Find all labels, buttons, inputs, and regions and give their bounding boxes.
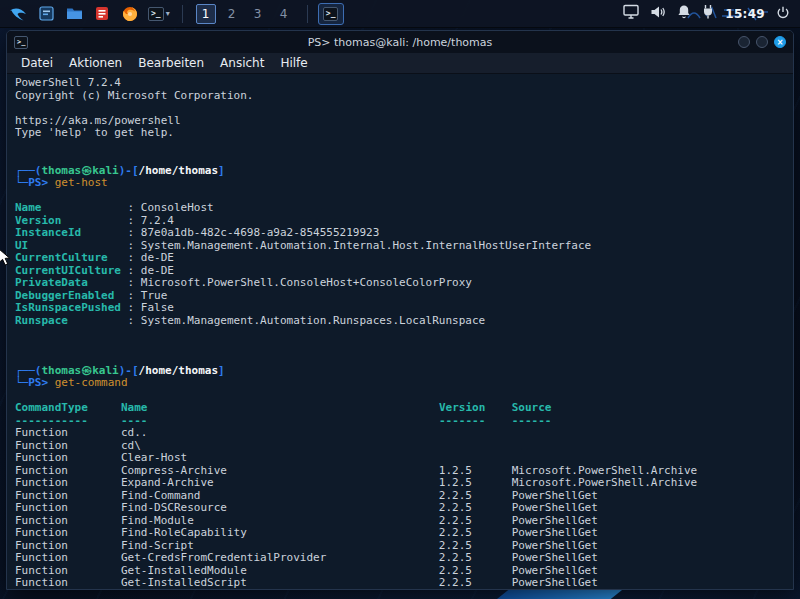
clock[interactable]: 15:49 — [725, 7, 765, 21]
terminal-text-segment: : ConsoleHost — [121, 201, 214, 214]
terminal-text-segment: DebuggerEnabled — [15, 289, 121, 302]
workspace-button-2[interactable]: 2 — [222, 4, 242, 24]
menu-bar: DateiAktionenBearbeitenAnsichtHilfe — [7, 53, 793, 74]
terminal-text-segment: Version — [439, 401, 485, 414]
terminal-text-segment: get-command — [55, 376, 128, 389]
terminal-glyph: >_ — [148, 7, 164, 21]
maximize-button[interactable] — [756, 36, 768, 48]
terminal-text-segment: )-[ — [119, 364, 139, 377]
terminal-text-segment: get-host — [55, 176, 108, 189]
workspace-button-4[interactable]: 4 — [274, 4, 294, 24]
taskbar-separator — [182, 5, 183, 23]
terminal-text-segment: : True — [121, 289, 167, 302]
terminal-text-segment: ] — [218, 164, 225, 177]
menu-hilfe[interactable]: Hilfe — [273, 55, 314, 71]
terminal-text-segment: ---- — [121, 414, 148, 427]
taskbar-window-button-terminal[interactable]: >_ — [318, 3, 344, 25]
display-icon[interactable] — [623, 4, 639, 23]
power-icon[interactable] — [776, 4, 790, 23]
terminal-text-segment: https://aka.ms/powershell — [15, 114, 181, 127]
terminal-text-segment: InstanceId — [15, 226, 121, 239]
terminal-text-segment: Function Expand-Archive 1.2.5 Microsoft.… — [15, 476, 697, 489]
terminal-text-segment: Function Get-InstalledScript 2.2.5 Power… — [15, 576, 598, 589]
terminal-text-segment: CurrentCulture — [15, 251, 121, 264]
terminal-text-segment: : 87e0a1db-482c-4698-a9a2-854555219923 — [121, 226, 379, 239]
terminal-line: Type 'help' to get help. — [15, 127, 785, 140]
workspace-button-1[interactable]: 1 — [196, 4, 216, 24]
terminal-text-segment — [88, 401, 121, 414]
chevron-down-icon: ▾ — [166, 9, 170, 18]
window-titlebar[interactable]: >_ PS> thomas@kali: /home/thomas × — [7, 31, 793, 53]
terminal-text-segment — [485, 401, 512, 414]
terminal-line — [15, 327, 785, 340]
kali-menu-icon[interactable] — [6, 2, 30, 26]
notifications-bell-icon[interactable] — [677, 4, 691, 23]
terminal-text-segment: UI — [15, 239, 121, 252]
taskbar: >_▾ 1234 >_ 15:49 — [0, 0, 800, 28]
terminal-text-segment: ------ — [512, 414, 552, 427]
terminal-window-icon: >_ — [323, 7, 339, 21]
terminal-text-segment: Type 'help' to get help. — [15, 126, 174, 139]
terminal-text-segment — [147, 414, 438, 427]
terminal-text-segment: PrivateData — [15, 276, 121, 289]
system-tray: 15:49 — [623, 4, 794, 23]
terminal-text-segment: Function Clear-Host — [15, 451, 512, 464]
desktop: >_▾ 1234 >_ 15:49 — [0, 0, 800, 599]
wallpaper-shape — [497, 590, 622, 599]
terminal-text-segment: Function Find-DSCResource 2.2.5 PowerShe… — [15, 501, 598, 514]
terminal-line — [15, 140, 785, 153]
terminal-output[interactable]: PowerShell 7.2.4Copyright (c) Microsoft … — [7, 74, 793, 589]
terminal-text-segment: Name — [15, 201, 121, 214]
terminal-text-segment: Function Find-Module 2.2.5 PowerShellGet — [15, 514, 598, 527]
terminal-text-segment: PowerShell 7.2.4 — [15, 76, 121, 89]
terminal-text-segment: : de-DE — [121, 251, 174, 264]
terminal-line: Copyright (c) Microsoft Corporation. — [15, 90, 785, 103]
terminal-text-segment: ----------- — [15, 414, 88, 427]
terminal-line: └─PS> get-host — [15, 177, 785, 190]
terminal-launcher-icon[interactable]: >_▾ — [146, 2, 172, 26]
terminal-text-segment: Name — [121, 401, 148, 414]
workspace-button-3[interactable]: 3 — [248, 4, 268, 24]
minimize-button[interactable] — [738, 36, 750, 48]
terminal-line: └─PS> get-command — [15, 377, 785, 390]
menu-bearbeiten[interactable]: Bearbeiten — [131, 55, 211, 71]
text-editor-icon[interactable] — [90, 2, 114, 26]
taskbar-separator — [307, 5, 308, 23]
terminal-text-segment: Copyright (c) Microsoft Corporation. — [15, 89, 253, 102]
window-controls: × — [738, 36, 786, 48]
terminal-text-segment: CurrentUICulture — [15, 264, 121, 277]
terminal-text-segment: thomas㉿kali — [42, 164, 119, 177]
terminal-text-segment: : System.Management.Automation.Runspaces… — [121, 314, 485, 327]
terminal-text-segment — [88, 414, 121, 427]
menu-ansicht[interactable]: Ansicht — [213, 55, 271, 71]
terminal-text-segment: Function cd\ — [15, 439, 512, 452]
terminal-line: ┌──(thomas㉿kali)-[/home/thomas] — [15, 165, 785, 178]
terminal-text-segment — [485, 414, 512, 427]
terminal-text-segment: ------- — [439, 414, 485, 427]
firefox-icon[interactable] — [118, 2, 142, 26]
terminal-text-segment: ] — [218, 364, 225, 377]
menu-aktionen[interactable]: Aktionen — [62, 55, 129, 71]
terminal-text-segment: ┌──( — [15, 164, 42, 177]
terminal-text-segment: Version — [15, 214, 121, 227]
terminal-text-segment: └─PS> — [15, 376, 55, 389]
terminal-text-segment: Function cd.. — [15, 426, 512, 439]
terminal-text-segment: /home/thomas — [139, 164, 218, 177]
close-button[interactable]: × — [774, 36, 786, 48]
terminal-text-segment: )-[ — [119, 164, 139, 177]
terminal-text-segment: IsRunspacePushed — [15, 301, 121, 314]
terminal-text-segment: Runspace — [15, 314, 121, 327]
menu-datei[interactable]: Datei — [14, 55, 60, 71]
terminal-text-segment — [147, 401, 438, 414]
terminal-text-segment: thomas㉿kali — [42, 364, 119, 377]
terminal-text-segment: /home/thomas — [139, 364, 218, 377]
volume-icon[interactable] — [650, 4, 666, 23]
folder-icon[interactable] — [62, 2, 86, 26]
files-app-icon[interactable] — [34, 2, 58, 26]
terminal-text-segment: Function Find-Command 2.2.5 PowerShellGe… — [15, 489, 598, 502]
terminal-text-segment: : 7.2.4 — [121, 214, 174, 227]
power-plug-icon[interactable] — [702, 4, 714, 23]
terminal-text-segment: Function Get-InstalledModule 2.2.5 Power… — [15, 564, 598, 577]
terminal-window: >_ PS> thomas@kali: /home/thomas × Datei… — [6, 30, 794, 590]
terminal-text-segment: Function Find-Script 2.2.5 PowerShellGet — [15, 539, 598, 552]
